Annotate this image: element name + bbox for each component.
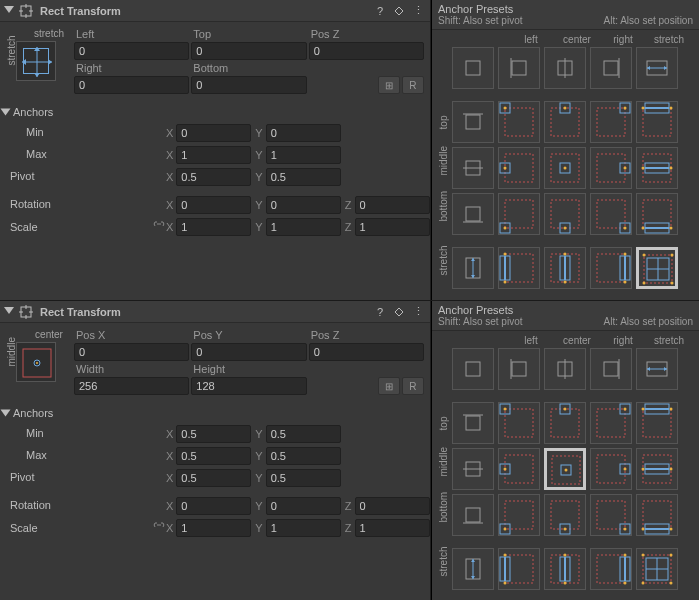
- anchor-preset-button[interactable]: center middle: [14, 327, 70, 382]
- menu-icon[interactable]: ⋮: [410, 3, 426, 19]
- anchors-foldout[interactable]: Anchors: [0, 403, 430, 421]
- preset-cell-top-stretch[interactable]: [636, 402, 678, 444]
- component-header[interactable]: Rect Transform ? ⋮: [0, 0, 430, 22]
- preset-cell-middle-stretch[interactable]: [636, 448, 678, 490]
- preset-cell-stretch-none[interactable]: [452, 247, 494, 289]
- scale-y[interactable]: [266, 218, 341, 236]
- preset-cell-none-stretch[interactable]: [636, 47, 678, 89]
- pivot-y[interactable]: [266, 469, 341, 487]
- anchor-max-x[interactable]: [176, 146, 251, 164]
- preset-cell-stretch-stretch[interactable]: [636, 548, 678, 590]
- raw-button[interactable]: R: [402, 76, 424, 94]
- preset-cell-top-center[interactable]: [544, 402, 586, 444]
- menu-icon[interactable]: ⋮: [410, 304, 426, 320]
- preset-cell-stretch-left[interactable]: [498, 548, 540, 590]
- anchor-min-x[interactable]: [176, 124, 251, 142]
- preset-cell-none-right[interactable]: [590, 47, 632, 89]
- preset-cell-top-stretch[interactable]: [636, 101, 678, 143]
- preset-cell-top-none[interactable]: [452, 101, 494, 143]
- preset-cell-middle-stretch[interactable]: [636, 147, 678, 189]
- preset-cell-none-left[interactable]: [498, 348, 540, 390]
- preset-cell-stretch-right[interactable]: [590, 247, 632, 289]
- preset-cell-top-center[interactable]: [544, 101, 586, 143]
- blueprint-button[interactable]: ⊞: [378, 377, 400, 395]
- preset-cell-top-right[interactable]: [590, 402, 632, 444]
- preset-cell-bottom-none[interactable]: [452, 193, 494, 235]
- preset-cell-stretch-stretch[interactable]: [636, 247, 678, 289]
- posy-input[interactable]: [191, 343, 306, 361]
- preset-cell-top-left[interactable]: [498, 402, 540, 444]
- preset-cell-none-right[interactable]: [590, 348, 632, 390]
- rot-y[interactable]: [266, 196, 341, 214]
- raw-button[interactable]: R: [402, 377, 424, 395]
- preset-cell-top-left[interactable]: [498, 101, 540, 143]
- preset-cell-middle-left[interactable]: [498, 147, 540, 189]
- anchor-min-x[interactable]: [176, 425, 251, 443]
- pivot-x[interactable]: [176, 469, 251, 487]
- preset-cell-none-center[interactable]: [544, 47, 586, 89]
- preset-cell-middle-center[interactable]: [544, 448, 586, 490]
- posx-input[interactable]: [74, 343, 189, 361]
- anchor-min-y[interactable]: [266, 124, 341, 142]
- preset-cell-bottom-stretch[interactable]: [636, 193, 678, 235]
- pivot-y[interactable]: [266, 168, 341, 186]
- preset-cell-top-right[interactable]: [590, 101, 632, 143]
- preset-cell-stretch-center[interactable]: [544, 247, 586, 289]
- foldout-icon[interactable]: [4, 6, 14, 16]
- height-input[interactable]: [191, 377, 306, 395]
- rot-y[interactable]: [266, 497, 341, 515]
- anchor-min-y[interactable]: [266, 425, 341, 443]
- preset-cell-stretch-left[interactable]: [498, 247, 540, 289]
- preset-cell-stretch-none[interactable]: [452, 548, 494, 590]
- top-input[interactable]: [191, 42, 306, 60]
- preset-cell-middle-center[interactable]: [544, 147, 586, 189]
- posz-input[interactable]: [309, 343, 424, 361]
- rot-x[interactable]: [176, 196, 251, 214]
- preset-cell-middle-none[interactable]: [452, 448, 494, 490]
- component-header[interactable]: Rect Transform ? ⋮: [0, 301, 430, 323]
- preset-cell-none-left[interactable]: [498, 47, 540, 89]
- rot-z[interactable]: [355, 196, 430, 214]
- rot-z[interactable]: [355, 497, 430, 515]
- help-icon[interactable]: ?: [372, 304, 388, 320]
- rot-x[interactable]: [176, 497, 251, 515]
- preset-icon[interactable]: [391, 304, 407, 320]
- width-input[interactable]: [74, 377, 189, 395]
- preset-cell-bottom-right[interactable]: [590, 193, 632, 235]
- scale-z[interactable]: [355, 519, 430, 537]
- preset-icon[interactable]: [391, 3, 407, 19]
- preset-cell-bottom-none[interactable]: [452, 494, 494, 536]
- scale-z[interactable]: [355, 218, 430, 236]
- link-icon[interactable]: [152, 220, 166, 234]
- preset-cell-bottom-left[interactable]: [498, 494, 540, 536]
- help-icon[interactable]: ?: [372, 3, 388, 19]
- right-input[interactable]: [74, 76, 189, 94]
- anchor-preset-button[interactable]: stretch stretch: [14, 26, 70, 81]
- scale-y[interactable]: [266, 519, 341, 537]
- preset-cell-bottom-center[interactable]: [544, 494, 586, 536]
- bottom-input[interactable]: [191, 76, 306, 94]
- anchors-foldout[interactable]: Anchors: [0, 102, 430, 120]
- anchor-max-x[interactable]: [176, 447, 251, 465]
- scale-x[interactable]: [176, 519, 251, 537]
- preset-cell-bottom-center[interactable]: [544, 193, 586, 235]
- preset-cell[interactable]: [452, 348, 494, 390]
- preset-cell-stretch-right[interactable]: [590, 548, 632, 590]
- anchor-max-y[interactable]: [266, 146, 341, 164]
- preset-cell-middle-right[interactable]: [590, 448, 632, 490]
- scale-x[interactable]: [176, 218, 251, 236]
- pivot-x[interactable]: [176, 168, 251, 186]
- preset-cell-stretch-center[interactable]: [544, 548, 586, 590]
- posz-input[interactable]: [309, 42, 424, 60]
- left-input[interactable]: [74, 42, 189, 60]
- preset-cell-middle-none[interactable]: [452, 147, 494, 189]
- preset-cell-bottom-right[interactable]: [590, 494, 632, 536]
- preset-cell-bottom-stretch[interactable]: [636, 494, 678, 536]
- foldout-icon[interactable]: [4, 307, 14, 317]
- preset-cell-top-none[interactable]: [452, 402, 494, 444]
- preset-cell-bottom-left[interactable]: [498, 193, 540, 235]
- anchor-max-y[interactable]: [266, 447, 341, 465]
- preset-cell-none-stretch[interactable]: [636, 348, 678, 390]
- preset-cell-middle-right[interactable]: [590, 147, 632, 189]
- preset-cell-none-center[interactable]: [544, 348, 586, 390]
